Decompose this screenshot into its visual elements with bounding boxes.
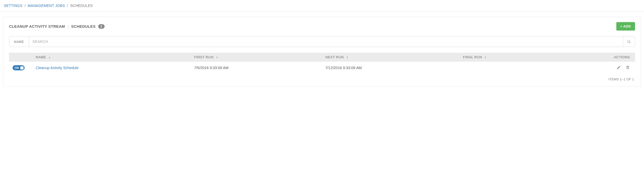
column-name: NAME ▲ <box>32 53 190 62</box>
delete-button[interactable] <box>626 65 630 70</box>
panel-title-separator: | <box>67 24 68 29</box>
sort-by-final-run[interactable]: FINAL RUN ▲▼ <box>463 55 487 59</box>
panel-header: CLEANUP ACTIVITY STREAM | SCHEDULES 1 + … <box>9 22 635 31</box>
trash-icon <box>626 65 630 70</box>
toggle-knob <box>20 66 24 70</box>
cell-final-run <box>459 62 557 74</box>
sort-by-first-run[interactable]: FIRST RUN ▲▼ <box>194 55 218 59</box>
column-next-run: NEXT RUN ▲▼ <box>322 53 459 62</box>
breadcrumb-separator: / <box>67 4 68 8</box>
column-first-run: FIRST RUN ▲▼ <box>190 53 322 62</box>
schedules-table: NAME ▲ FIRST RUN ▲▼ NEXT RUN ▲▼ <box>9 53 635 74</box>
cell-first-run: 7/5/2016 9:33:09 AM <box>190 62 322 74</box>
schedules-panel: CLEANUP ACTIVITY STREAM | SCHEDULES 1 + … <box>3 17 641 87</box>
table-header-row: NAME ▲ FIRST RUN ▲▼ NEXT RUN ▲▼ <box>9 53 635 62</box>
breadcrumb-link-settings[interactable]: SETTINGS <box>4 4 22 8</box>
schedule-name-link[interactable]: Cleanup Activity Schedule <box>36 66 79 70</box>
search-field-type[interactable]: NAME <box>9 36 29 47</box>
breadcrumb-current: SCHEDULES <box>70 4 93 8</box>
sort-icon: ▲ <box>49 57 51 58</box>
breadcrumb-separator: / <box>25 4 26 8</box>
sort-by-name[interactable]: NAME ▲ <box>36 55 51 59</box>
pagination-summary: ITEMS 1–1 OF 1 <box>9 74 635 82</box>
pencil-icon <box>617 65 621 70</box>
sort-icon: ▲▼ <box>216 56 218 59</box>
search-bar: NAME <box>9 36 635 47</box>
panel-title: CLEANUP ACTIVITY STREAM <box>9 24 65 29</box>
search-icon <box>627 40 631 44</box>
sort-by-next-run[interactable]: NEXT RUN ▲▼ <box>325 55 348 59</box>
column-toggle <box>9 53 32 62</box>
column-actions: ACTIONS <box>557 53 635 62</box>
breadcrumb: SETTINGS / MANAGEMENT JOBS / SCHEDULES <box>0 0 644 12</box>
search-button[interactable] <box>623 36 635 47</box>
count-badge: 1 <box>98 24 105 29</box>
search-input[interactable] <box>29 36 623 47</box>
panel-subtitle: SCHEDULES <box>71 24 96 29</box>
edit-button[interactable] <box>617 65 621 70</box>
svg-line-1 <box>630 42 630 43</box>
schedule-toggle[interactable]: ON <box>13 65 25 70</box>
column-final-run: FINAL RUN ▲▼ <box>459 53 557 62</box>
sort-icon: ▲▼ <box>485 56 487 59</box>
table-row: ON Cleanup Activity Schedule 7/5/2016 9:… <box>9 62 635 74</box>
cell-next-run: 7/12/2016 9:33:09 AM <box>322 62 459 74</box>
breadcrumb-link-management-jobs[interactable]: MANAGEMENT JOBS <box>28 4 65 8</box>
add-button[interactable]: + ADD <box>616 22 635 31</box>
sort-icon: ▲▼ <box>346 56 348 59</box>
svg-point-0 <box>628 40 630 42</box>
toggle-label: ON <box>15 66 19 70</box>
